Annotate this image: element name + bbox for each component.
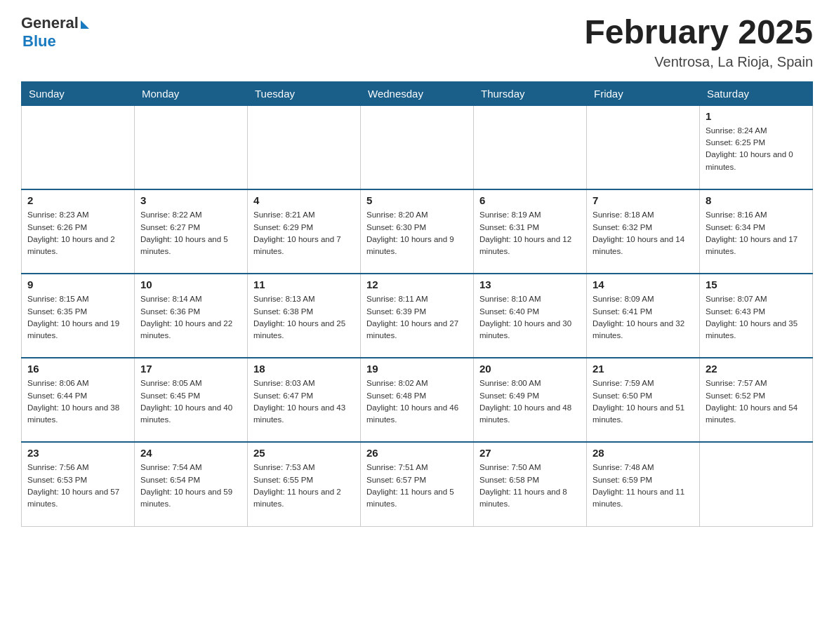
day-number: 6 <box>479 194 581 206</box>
calendar-header-row: SundayMondayTuesdayWednesdayThursdayFrid… <box>22 81 813 105</box>
week-row-3: 9Sunrise: 8:15 AMSunset: 6:35 PMDaylight… <box>22 274 813 358</box>
logo-general-text: General <box>21 14 79 32</box>
day-info: Sunrise: 8:19 AMSunset: 6:31 PMDaylight:… <box>479 209 581 257</box>
calendar-cell: 17Sunrise: 8:05 AMSunset: 6:45 PMDayligh… <box>135 358 248 442</box>
calendar-header-saturday: Saturday <box>700 81 813 105</box>
calendar-cell <box>700 442 813 526</box>
day-info: Sunrise: 8:24 AMSunset: 6:25 PMDaylight:… <box>706 125 807 173</box>
day-info: Sunrise: 8:13 AMSunset: 6:38 PMDaylight:… <box>253 293 355 342</box>
calendar-cell: 3Sunrise: 8:22 AMSunset: 6:27 PMDaylight… <box>135 189 248 274</box>
day-info: Sunrise: 7:48 AMSunset: 6:59 PMDaylight:… <box>593 462 694 510</box>
day-number: 12 <box>366 279 468 290</box>
calendar-cell: 21Sunrise: 7:59 AMSunset: 6:50 PMDayligh… <box>587 358 700 442</box>
day-number: 22 <box>706 363 807 375</box>
calendar-table: SundayMondayTuesdayWednesdayThursdayFrid… <box>21 81 813 527</box>
calendar-cell: 13Sunrise: 8:10 AMSunset: 6:40 PMDayligh… <box>474 274 587 358</box>
calendar-header-monday: Monday <box>135 81 248 105</box>
day-number: 9 <box>27 279 128 290</box>
calendar-cell: 22Sunrise: 7:57 AMSunset: 6:52 PMDayligh… <box>700 358 813 442</box>
month-year-title: February 2025 <box>584 14 813 51</box>
logo-arrow-icon <box>81 20 89 29</box>
day-info: Sunrise: 8:10 AMSunset: 6:40 PMDaylight:… <box>479 293 581 342</box>
day-info: Sunrise: 8:14 AMSunset: 6:36 PMDaylight:… <box>140 293 241 342</box>
day-number: 19 <box>366 363 468 375</box>
calendar-cell: 5Sunrise: 8:20 AMSunset: 6:30 PMDaylight… <box>361 189 474 274</box>
day-info: Sunrise: 8:02 AMSunset: 6:48 PMDaylight:… <box>366 377 468 426</box>
day-info: Sunrise: 8:00 AMSunset: 6:49 PMDaylight:… <box>479 377 581 426</box>
calendar-cell: 4Sunrise: 8:21 AMSunset: 6:29 PMDaylight… <box>248 189 361 274</box>
calendar-cell: 18Sunrise: 8:03 AMSunset: 6:47 PMDayligh… <box>248 358 361 442</box>
calendar-cell: 1Sunrise: 8:24 AMSunset: 6:25 PMDaylight… <box>700 105 813 189</box>
week-row-1: 1Sunrise: 8:24 AMSunset: 6:25 PMDaylight… <box>22 105 813 189</box>
day-number: 13 <box>479 279 581 290</box>
day-number: 17 <box>140 363 241 375</box>
calendar-cell: 20Sunrise: 8:00 AMSunset: 6:49 PMDayligh… <box>474 358 587 442</box>
day-info: Sunrise: 8:06 AMSunset: 6:44 PMDaylight:… <box>27 377 128 426</box>
calendar-cell <box>248 105 361 189</box>
day-info: Sunrise: 8:21 AMSunset: 6:29 PMDaylight:… <box>253 209 355 257</box>
day-info: Sunrise: 7:59 AMSunset: 6:50 PMDaylight:… <box>593 377 694 426</box>
day-number: 25 <box>253 447 355 459</box>
day-number: 28 <box>593 447 694 459</box>
calendar-header-tuesday: Tuesday <box>248 81 361 105</box>
calendar-cell: 11Sunrise: 8:13 AMSunset: 6:38 PMDayligh… <box>248 274 361 358</box>
day-number: 18 <box>253 363 355 375</box>
calendar-cell: 26Sunrise: 7:51 AMSunset: 6:57 PMDayligh… <box>361 442 474 526</box>
calendar-cell: 16Sunrise: 8:06 AMSunset: 6:44 PMDayligh… <box>22 358 135 442</box>
calendar-cell: 14Sunrise: 8:09 AMSunset: 6:41 PMDayligh… <box>587 274 700 358</box>
calendar-cell <box>361 105 474 189</box>
day-info: Sunrise: 7:51 AMSunset: 6:57 PMDaylight:… <box>366 462 468 510</box>
calendar-cell: 2Sunrise: 8:23 AMSunset: 6:26 PMDaylight… <box>22 189 135 274</box>
calendar-cell: 19Sunrise: 8:02 AMSunset: 6:48 PMDayligh… <box>361 358 474 442</box>
day-number: 8 <box>706 194 807 206</box>
day-number: 10 <box>140 279 241 290</box>
calendar-header-sunday: Sunday <box>22 81 135 105</box>
calendar-cell: 27Sunrise: 7:50 AMSunset: 6:58 PMDayligh… <box>474 442 587 526</box>
calendar-cell <box>135 105 248 189</box>
day-number: 11 <box>253 279 355 290</box>
calendar-cell <box>587 105 700 189</box>
logo-blue-text: Blue <box>22 32 56 51</box>
day-info: Sunrise: 8:18 AMSunset: 6:32 PMDaylight:… <box>593 209 694 257</box>
day-number: 24 <box>140 447 241 459</box>
day-number: 20 <box>479 363 581 375</box>
day-number: 15 <box>706 279 807 290</box>
day-info: Sunrise: 8:20 AMSunset: 6:30 PMDaylight:… <box>366 209 468 257</box>
day-number: 27 <box>479 447 581 459</box>
day-number: 2 <box>27 194 128 206</box>
day-number: 7 <box>593 194 694 206</box>
calendar-header-friday: Friday <box>587 81 700 105</box>
calendar-cell: 24Sunrise: 7:54 AMSunset: 6:54 PMDayligh… <box>135 442 248 526</box>
day-number: 4 <box>253 194 355 206</box>
day-info: Sunrise: 8:15 AMSunset: 6:35 PMDaylight:… <box>27 293 128 342</box>
day-info: Sunrise: 8:05 AMSunset: 6:45 PMDaylight:… <box>140 377 241 426</box>
day-info: Sunrise: 8:22 AMSunset: 6:27 PMDaylight:… <box>140 209 241 257</box>
calendar-cell: 28Sunrise: 7:48 AMSunset: 6:59 PMDayligh… <box>587 442 700 526</box>
calendar-cell: 15Sunrise: 8:07 AMSunset: 6:43 PMDayligh… <box>700 274 813 358</box>
day-number: 23 <box>27 447 128 459</box>
day-info: Sunrise: 8:07 AMSunset: 6:43 PMDaylight:… <box>706 293 807 342</box>
calendar-cell: 9Sunrise: 8:15 AMSunset: 6:35 PMDaylight… <box>22 274 135 358</box>
calendar-cell: 10Sunrise: 8:14 AMSunset: 6:36 PMDayligh… <box>135 274 248 358</box>
day-info: Sunrise: 7:50 AMSunset: 6:58 PMDaylight:… <box>479 462 581 510</box>
calendar-cell: 7Sunrise: 8:18 AMSunset: 6:32 PMDaylight… <box>587 189 700 274</box>
day-info: Sunrise: 8:23 AMSunset: 6:26 PMDaylight:… <box>27 209 128 257</box>
day-info: Sunrise: 8:11 AMSunset: 6:39 PMDaylight:… <box>366 293 468 342</box>
day-number: 14 <box>593 279 694 290</box>
week-row-2: 2Sunrise: 8:23 AMSunset: 6:26 PMDaylight… <box>22 189 813 274</box>
day-number: 16 <box>27 363 128 375</box>
location-subtitle: Ventrosa, La Rioja, Spain <box>584 54 813 70</box>
day-info: Sunrise: 7:56 AMSunset: 6:53 PMDaylight:… <box>27 462 128 510</box>
day-info: Sunrise: 8:09 AMSunset: 6:41 PMDaylight:… <box>593 293 694 342</box>
title-block: February 2025 Ventrosa, La Rioja, Spain <box>584 14 813 70</box>
day-info: Sunrise: 8:16 AMSunset: 6:34 PMDaylight:… <box>706 209 807 257</box>
week-row-4: 16Sunrise: 8:06 AMSunset: 6:44 PMDayligh… <box>22 358 813 442</box>
calendar-cell: 12Sunrise: 8:11 AMSunset: 6:39 PMDayligh… <box>361 274 474 358</box>
day-number: 21 <box>593 363 694 375</box>
calendar-cell: 6Sunrise: 8:19 AMSunset: 6:31 PMDaylight… <box>474 189 587 274</box>
day-info: Sunrise: 7:57 AMSunset: 6:52 PMDaylight:… <box>706 377 807 426</box>
page-header: General Blue February 2025 Ventrosa, La … <box>21 14 813 70</box>
day-info: Sunrise: 8:03 AMSunset: 6:47 PMDaylight:… <box>253 377 355 426</box>
day-info: Sunrise: 7:54 AMSunset: 6:54 PMDaylight:… <box>140 462 241 510</box>
calendar-cell: 25Sunrise: 7:53 AMSunset: 6:55 PMDayligh… <box>248 442 361 526</box>
